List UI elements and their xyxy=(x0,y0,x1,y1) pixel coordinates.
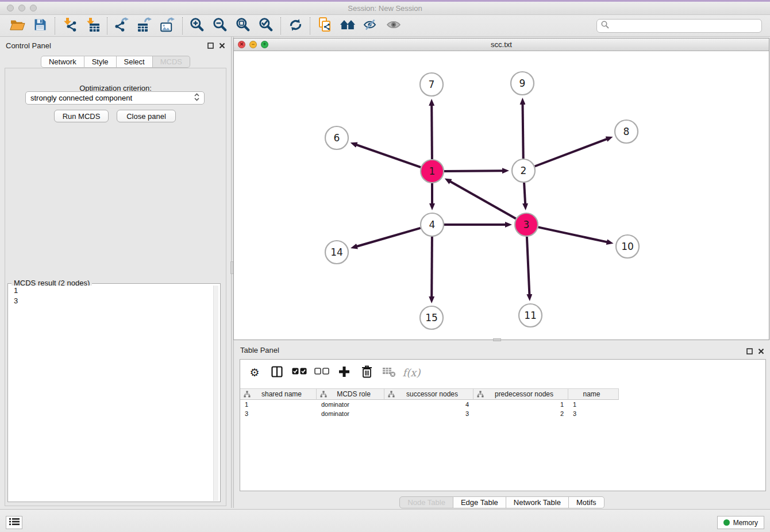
tab-network[interactable]: Network xyxy=(41,56,84,68)
table-cell[interactable]: 3 xyxy=(384,409,473,418)
zoom-selected-button[interactable] xyxy=(255,17,278,35)
zoom-in-button[interactable] xyxy=(186,17,209,35)
export-image-button[interactable] xyxy=(156,17,179,35)
node-10[interactable]: 10 xyxy=(616,235,639,258)
zoom-out-icon xyxy=(213,17,228,34)
trash-icon xyxy=(361,365,372,380)
table-row[interactable]: 1dominator411 xyxy=(240,400,765,409)
trash-button[interactable] xyxy=(358,364,375,381)
edge-3-11[interactable] xyxy=(527,237,530,295)
run-mcds-button[interactable]: Run MCDS xyxy=(54,110,109,122)
network-graph: 7968124314101511 xyxy=(234,51,768,340)
mcds-result-item[interactable]: 1 xyxy=(10,286,218,296)
table-cell[interactable]: 1 xyxy=(473,400,568,409)
table-panel-tabs: Node TableEdge TableNetwork TableMotifs xyxy=(234,496,770,508)
edge-3-10[interactable] xyxy=(538,227,607,242)
edge-4-15[interactable] xyxy=(432,237,432,297)
node-7[interactable]: 7 xyxy=(420,73,443,96)
table-cell[interactable]: 1 xyxy=(240,400,317,409)
float-panel-icon[interactable] xyxy=(207,42,214,49)
node-14[interactable]: 14 xyxy=(325,241,348,264)
column-header-successor-nodes[interactable]: successor nodes xyxy=(384,388,473,400)
tab-node-table[interactable]: Node Table xyxy=(399,496,453,508)
node-label: 15 xyxy=(425,312,438,323)
node-2[interactable]: 2 xyxy=(512,159,535,182)
column-header-predecessor-nodes[interactable]: predecessor nodes xyxy=(473,388,568,400)
table-cell[interactable]: 1 xyxy=(568,400,619,409)
zoom-fit-button[interactable] xyxy=(232,17,255,35)
memory-button[interactable]: Memory xyxy=(717,516,764,529)
eye-slash-button[interactable] xyxy=(359,17,382,35)
node-11[interactable]: 11 xyxy=(519,304,542,327)
export-network-icon xyxy=(114,17,129,34)
tab-network-table[interactable]: Network Table xyxy=(506,496,569,508)
tab-select[interactable]: Select xyxy=(117,56,153,68)
criterion-dropdown[interactable]: strongly connected component xyxy=(25,91,205,105)
mcds-result-list[interactable]: 13 xyxy=(10,286,218,500)
column-header-name[interactable]: name xyxy=(568,388,619,400)
column-type-icon xyxy=(477,391,484,398)
export-table-button[interactable] xyxy=(133,17,156,35)
search-input[interactable] xyxy=(612,22,757,30)
table-row[interactable]: 3dominator323 xyxy=(240,409,765,418)
plus-button[interactable] xyxy=(336,364,353,381)
close-table-panel-icon[interactable] xyxy=(757,348,764,354)
eye-button xyxy=(382,17,405,35)
float-table-panel-icon[interactable] xyxy=(746,348,753,354)
close-panel-button[interactable]: Close panel xyxy=(117,110,176,122)
refresh-button[interactable] xyxy=(284,17,307,35)
clear-selection-checkboxes-icon xyxy=(314,368,329,377)
table-cell[interactable]: 3 xyxy=(240,409,317,418)
table-cell[interactable]: dominator xyxy=(317,409,384,418)
edge-1-2[interactable] xyxy=(444,171,503,171)
table-cell[interactable]: dominator xyxy=(317,400,384,409)
network-canvas[interactable]: 7968124314101511 xyxy=(234,51,768,340)
close-panel-icon[interactable] xyxy=(218,42,225,49)
floppy-save-button[interactable] xyxy=(29,17,52,35)
edge-1-6[interactable] xyxy=(356,145,421,167)
mcds-result-scrollbar[interactable] xyxy=(213,286,218,501)
zoom-selected-icon xyxy=(259,17,274,34)
edge-2-3[interactable] xyxy=(524,183,525,204)
tab-motifs[interactable]: Motifs xyxy=(569,496,605,508)
split-columns-button[interactable] xyxy=(268,364,286,381)
table-cell[interactable]: 4 xyxy=(384,400,473,409)
search-box[interactable] xyxy=(596,19,762,33)
node-4[interactable]: 4 xyxy=(421,213,444,236)
edge-3-1[interactable] xyxy=(450,182,515,219)
import-table-button[interactable] xyxy=(81,17,104,35)
node-15[interactable]: 15 xyxy=(420,306,443,329)
select-all-checkboxes-button[interactable] xyxy=(291,364,308,381)
edge-4-14[interactable] xyxy=(357,228,421,246)
edge-1-7[interactable] xyxy=(432,105,432,159)
node-9[interactable]: 9 xyxy=(511,72,534,95)
column-header-shared-name[interactable]: shared name xyxy=(240,388,317,400)
edge-2-9[interactable] xyxy=(523,104,523,159)
tab-mcds[interactable]: MCDS xyxy=(153,56,190,68)
node-8[interactable]: 8 xyxy=(615,120,638,143)
node-6[interactable]: 6 xyxy=(325,126,348,149)
clear-selection-checkboxes-button[interactable] xyxy=(313,364,330,381)
houses-button[interactable] xyxy=(336,17,359,35)
column-type-icon xyxy=(320,391,327,398)
network-window-titlebar[interactable]: ✕ − + scc.txt xyxy=(234,38,769,51)
edge-2-8[interactable] xyxy=(535,139,607,167)
column-header-MCDS-role[interactable]: MCDS role xyxy=(317,388,384,400)
search-icon xyxy=(601,21,609,31)
folder-open-button[interactable] xyxy=(6,17,29,35)
export-network-button[interactable] xyxy=(110,17,133,35)
gear-button[interactable]: ⚙ xyxy=(246,364,263,381)
table-cell[interactable]: 2 xyxy=(473,409,568,418)
clone-network-button[interactable] xyxy=(313,17,336,35)
task-history-button[interactable] xyxy=(6,516,22,529)
tab-edge-table[interactable]: Edge Table xyxy=(453,496,506,508)
import-network-button[interactable] xyxy=(58,17,81,35)
tab-style[interactable]: Style xyxy=(84,56,117,68)
network-window-resize-handle[interactable] xyxy=(493,338,501,341)
zoom-out-button[interactable] xyxy=(209,17,232,35)
mcds-result-item[interactable]: 3 xyxy=(10,296,218,306)
table-cell[interactable]: 3 xyxy=(568,409,619,418)
node-3[interactable]: 3 xyxy=(515,213,538,236)
houses-icon xyxy=(340,18,356,33)
node-1[interactable]: 1 xyxy=(421,160,444,183)
